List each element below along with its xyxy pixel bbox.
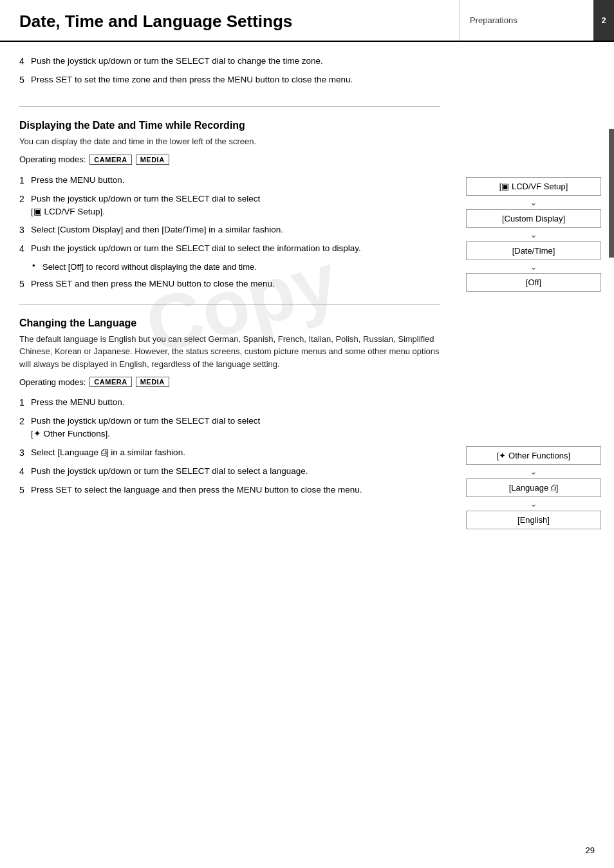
s1-step5-num: 5: [19, 278, 31, 291]
section1-step-5: 5 Press SET and then press the MENU butt…: [19, 278, 440, 291]
section2-step-5: 5 Press SET to select the language and t…: [19, 484, 440, 497]
intro-step-5: 5 Press SET to set the time zone and the…: [19, 73, 440, 87]
section2-heading: Changing the Language: [19, 317, 440, 329]
section1-desc: You can display the date and time in the…: [19, 135, 440, 148]
s2-step1-num: 1: [19, 396, 31, 410]
header-right: Preparations 2: [460, 0, 614, 41]
menu-arrow-5: ⌄: [466, 497, 601, 511]
page-title-area: Date, Time and Language Settings: [0, 0, 460, 41]
section1-heading: Displaying the Date and Time while Recor…: [19, 120, 440, 131]
menu-path-item-4: [Off]: [466, 273, 601, 292]
section-divider-2: [19, 304, 440, 305]
section2-step-4: 4 Push the joystick up/down or turn the …: [19, 465, 440, 478]
page-footer: 29: [586, 845, 595, 855]
s2-step3-num: 3: [19, 446, 31, 460]
intro-step-5-text: Press SET to set the time zone and then …: [31, 73, 440, 87]
operating-modes-label-1: Operating modes:: [19, 155, 86, 164]
menu-arrow-1: ⌄: [466, 196, 601, 209]
s2-step5-num: 5: [19, 484, 31, 497]
s2-step5-text: Press SET to select the language and the…: [31, 484, 440, 497]
menu-path-item-1: [▣ LCD/VF Setup]: [466, 177, 601, 196]
right-column: [▣ LCD/VF Setup] ⌄ [Custom Display] ⌄ [D…: [460, 42, 614, 568]
section1-steps: 1 Press the MENU button. 2 Push the joys…: [19, 174, 440, 291]
left-column: 4 Push the joystick up/down or turn the …: [0, 42, 460, 568]
section1-step-4: 4 Push the joystick up/down or turn the …: [19, 242, 440, 256]
section1-step-1: 1 Press the MENU button.: [19, 174, 440, 187]
section1-mode1-badge: CAMERA: [89, 155, 131, 165]
s2-step2-num: 2: [19, 415, 31, 441]
footer-page-number: 29: [586, 845, 595, 855]
menu-path-item-2: [Custom Display]: [466, 209, 601, 228]
section2-desc: The default language is English but you …: [19, 333, 440, 371]
s1-step4-num: 4: [19, 242, 31, 256]
page-container: Date, Time and Language Settings Prepara…: [0, 0, 614, 868]
section-language: Changing the Language The default langua…: [19, 317, 440, 497]
s2-step4-text: Push the joystick up/down or turn the SE…: [31, 465, 440, 478]
s2-step4-num: 4: [19, 465, 31, 478]
section-divider-1: [19, 106, 440, 107]
menu-path-item-3: [Date/Time]: [466, 241, 601, 260]
s1-step2-text: Push the joystick up/down or turn the SE…: [31, 193, 440, 219]
s1-step5-text: Press SET and then press the MENU button…: [31, 278, 440, 291]
intro-step-4-text: Push the joystick up/down or turn the SE…: [31, 55, 440, 68]
bullet-text-1: Select [Off] to record without displayin…: [42, 261, 257, 274]
section1-step-3: 3 Select [Custom Display] and then [Date…: [19, 223, 440, 237]
s1-step4-text: Push the joystick up/down or turn the SE…: [31, 242, 440, 256]
s2-step1-text: Press the MENU button.: [31, 396, 440, 410]
section2-step-3: 3 Select [Language ⎙] in a similar fashi…: [19, 446, 440, 460]
intro-step-5-num: 5: [19, 73, 31, 87]
menu-path-item-5: [✦ Other Functions]: [466, 446, 601, 465]
s1-step1-text: Press the MENU button.: [31, 174, 440, 187]
menu-arrow-4: ⌄: [466, 465, 601, 478]
s1-step2-num: 2: [19, 193, 31, 219]
s1-step1-num: 1: [19, 174, 31, 187]
intro-steps: 4 Push the joystick up/down or turn the …: [19, 55, 440, 87]
page-number-badge: 2: [593, 0, 614, 41]
menu-path-section2: [✦ Other Functions] ⌄ [Language ⎙] ⌄ [En…: [466, 446, 601, 529]
s1-step3-num: 3: [19, 223, 31, 237]
menu-path-section1: [▣ LCD/VF Setup] ⌄ [Custom Display] ⌄ [D…: [466, 177, 601, 292]
s2-step2-text: Push the joystick up/down or turn the SE…: [31, 415, 440, 441]
chapter-label: Preparations: [460, 15, 593, 25]
operating-modes-label-2: Operating modes:: [19, 377, 86, 387]
right-accent-bar: [609, 129, 614, 258]
section1-operating-modes: Operating modes: CAMERA MEDIA: [19, 155, 440, 165]
section2-mode2-badge: MEDIA: [136, 377, 169, 387]
section2-step-2: 2 Push the joystick up/down or turn the …: [19, 415, 440, 441]
section2-step-1: 1 Press the MENU button.: [19, 396, 440, 410]
menu-path-item-7: [English]: [466, 511, 601, 529]
intro-step-4-num: 4: [19, 55, 31, 68]
s2-step3-text: Select [Language ⎙] in a similar fashion…: [31, 446, 440, 460]
page-header: Date, Time and Language Settings Prepara…: [0, 0, 614, 42]
section1-step-2: 2 Push the joystick up/down or turn the …: [19, 193, 440, 219]
section2-mode1-badge: CAMERA: [89, 377, 131, 387]
menu-arrow-2: ⌄: [466, 228, 601, 241]
menu-path-item-6: [Language ⎙]: [466, 478, 601, 497]
section-display-datetime: Displaying the Date and Time while Recor…: [19, 120, 440, 291]
section2-operating-modes: Operating modes: CAMERA MEDIA: [19, 377, 440, 387]
section1-mode2-badge: MEDIA: [136, 155, 169, 165]
menu-arrow-3: ⌄: [466, 260, 601, 274]
main-content: 4 Push the joystick up/down or turn the …: [0, 42, 614, 568]
intro-step-4: 4 Push the joystick up/down or turn the …: [19, 55, 440, 68]
page-title: Date, Time and Language Settings: [19, 12, 292, 31]
section1-bullet: • Select [Off] to record without display…: [32, 261, 440, 274]
section2-steps: 1 Press the MENU button. 2 Push the joys…: [19, 396, 440, 497]
bullet-sym-1: •: [32, 261, 42, 274]
s1-step3-text: Select [Custom Display] and then [Date/T…: [31, 223, 440, 237]
